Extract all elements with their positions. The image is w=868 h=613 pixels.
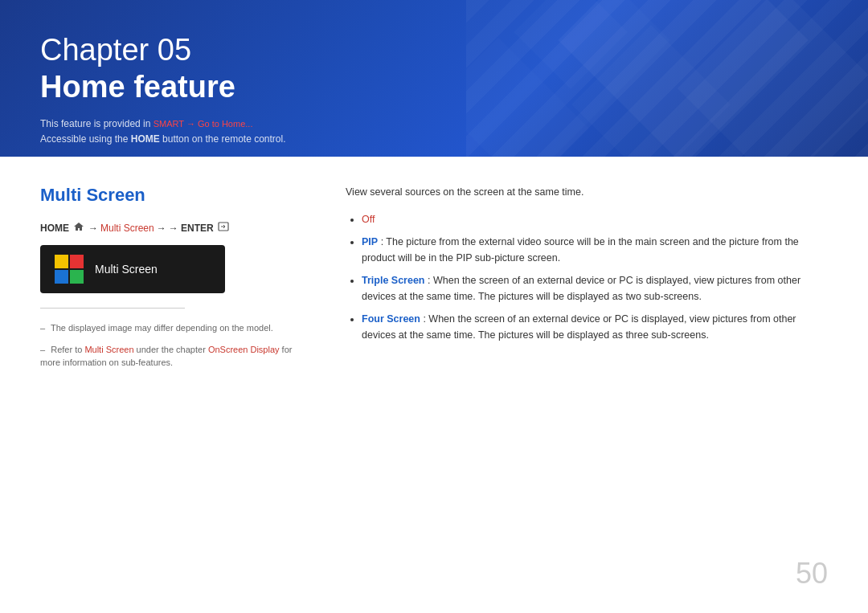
icon-q1 xyxy=(55,255,68,268)
icon-q2 xyxy=(70,255,84,268)
nav-arrow1: → xyxy=(88,223,98,234)
nav-enter-icon xyxy=(218,222,229,234)
right-column: View several sources on the screen at th… xyxy=(346,185,828,378)
multiscreen-box: Multi Screen xyxy=(40,245,225,293)
header-info: This feature is provided in SMART → Go t… xyxy=(40,116,828,147)
info-line2-suffix: button on the remote control. xyxy=(162,133,285,145)
icon-q4 xyxy=(70,270,84,284)
nav-arrow2: → xyxy=(157,223,166,234)
intro-text: View several sources on the screen at th… xyxy=(346,185,828,200)
nav-enter: → ENTER xyxy=(169,223,214,234)
chapter-name: Home feature xyxy=(40,69,828,106)
chapter-number: Chapter 05 xyxy=(40,32,828,69)
term-triple: Triple Screen xyxy=(362,275,425,286)
term-off: Off xyxy=(362,214,375,225)
nav-home-icon xyxy=(73,222,84,234)
note2-link1: Multi Screen xyxy=(84,345,133,354)
info-line2-prefix: Accessible using the xyxy=(40,133,131,145)
multiscreen-label: Multi Screen xyxy=(95,263,158,276)
bullet-triple: Triple Screen : When the screen of an ex… xyxy=(362,272,828,304)
info-prefix: This feature is provided in xyxy=(40,118,154,129)
note2-link2: OnScreen Display xyxy=(208,345,280,354)
multiscreen-icon xyxy=(55,255,84,284)
info-link: SMART → Go to Home... xyxy=(154,119,253,129)
note1: – The displayed image may differ dependi… xyxy=(40,321,313,335)
main-content: Multi Screen HOME → Multi Screen → → ENT… xyxy=(0,157,868,402)
bullet-pip: PIP : The picture from the external vide… xyxy=(362,234,828,266)
bullet-off: Off xyxy=(362,211,828,227)
nav-home: HOME xyxy=(40,223,69,234)
header-banner: Chapter 05 Home feature This feature is … xyxy=(0,0,868,157)
section-title: Multi Screen xyxy=(40,185,313,206)
divider xyxy=(40,308,185,309)
page-number: 50 xyxy=(796,557,828,591)
pip-text: : The picture from the external video so… xyxy=(362,236,799,264)
nav-link: Multi Screen xyxy=(100,223,154,234)
bullet-four: Four Screen : When the screen of an exte… xyxy=(362,311,828,343)
triple-text: : When the screen of an external device … xyxy=(362,275,800,302)
term-four: Four Screen xyxy=(362,313,420,325)
icon-q3 xyxy=(55,270,68,284)
bullet-list: Off PIP : The picture from the external … xyxy=(346,211,828,343)
four-text: : When the screen of an external device … xyxy=(362,313,796,341)
info-home-bold: HOME xyxy=(131,133,160,145)
nav-path: HOME → Multi Screen → → ENTER xyxy=(40,222,313,234)
term-pip: PIP xyxy=(362,236,378,247)
left-column: Multi Screen HOME → Multi Screen → → ENT… xyxy=(40,185,313,378)
note2: – Refer to Multi Screen under the chapte… xyxy=(40,343,313,370)
